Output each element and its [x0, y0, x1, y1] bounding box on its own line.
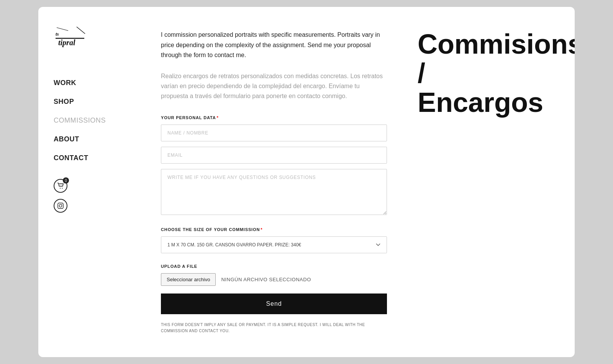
disclaimer-text: THIS FORM DOESN'T IMPLY ANY SALE OR PAYM… [161, 322, 387, 334]
file-select-button[interactable]: Seleccionar archivo [161, 273, 216, 286]
upload-label: UPLOAD A FILE [161, 264, 387, 269]
description-es: Realizo encargos de retratos personaliza… [161, 71, 387, 102]
name-input[interactable] [161, 125, 387, 141]
svg-rect-7 [58, 203, 63, 208]
svg-point-8 [59, 205, 62, 207]
nav-item-work[interactable]: WORK [54, 74, 130, 92]
send-button[interactable]: Send [161, 293, 387, 314]
cart-icon [57, 182, 64, 189]
svg-point-5 [60, 188, 61, 189]
svg-line-3 [57, 28, 68, 31]
page-container: ts tipral WORK SHOP COMMISSIONS ABOUT CO… [38, 7, 575, 357]
logo-area: ts tipral [54, 22, 130, 51]
hero-title: Commisions / Encargos [418, 30, 575, 117]
hero-title-encargos: Encargos [418, 88, 575, 117]
personal-data-label: YOUR PERSONAL DATA* [161, 115, 387, 120]
svg-text:tipral: tipral [58, 38, 75, 47]
file-no-file-label: NINGÚN ARCHIVO SELECCIONADO [221, 277, 311, 282]
cart-button[interactable]: 0 [54, 179, 67, 193]
svg-line-4 [77, 27, 85, 34]
cart-badge: 0 [63, 177, 69, 184]
main-nav: WORK SHOP COMMISSIONS ABOUT CONTACT [54, 74, 130, 167]
sidebar-icons: 0 [54, 179, 130, 213]
hero-title-slash: / [418, 59, 575, 88]
hero-title-commissions: Commisions [418, 30, 575, 59]
email-input[interactable] [161, 147, 387, 164]
commission-form: YOUR PERSONAL DATA* CHOOSE THE SIZE OF Y… [161, 115, 387, 334]
nav-item-commissions[interactable]: COMMISSIONS [54, 111, 130, 130]
logo-icon: ts tipral [54, 22, 88, 49]
nav-item-shop[interactable]: SHOP [54, 92, 130, 111]
sidebar: ts tipral WORK SHOP COMMISSIONS ABOUT CO… [38, 7, 146, 357]
message-input[interactable] [161, 169, 387, 215]
commission-size-label: CHOOSE THE SIZE OF YOUR COMMISSION* [161, 227, 387, 232]
hero-text-area: Commisions / Encargos [406, 7, 536, 357]
nav-item-contact[interactable]: CONTACT [54, 149, 130, 167]
upload-row: Seleccionar archivo NINGÚN ARCHIVO SELEC… [161, 273, 387, 286]
commission-size-select[interactable]: 1 M X 70 CM. 150 GR. CANSON GVARRO PAPER… [161, 236, 387, 253]
svg-point-9 [62, 204, 62, 205]
instagram-button[interactable] [54, 199, 67, 213]
svg-point-6 [62, 188, 62, 189]
required-star: * [217, 115, 219, 120]
main-content: I commission personalized portraits with… [146, 7, 406, 357]
nav-item-about[interactable]: ABOUT [54, 130, 130, 149]
commission-required-star: * [261, 227, 262, 232]
instagram-icon [57, 202, 64, 209]
description-en: I commission personalized portraits with… [161, 30, 387, 60]
svg-text:ts: ts [56, 31, 59, 37]
